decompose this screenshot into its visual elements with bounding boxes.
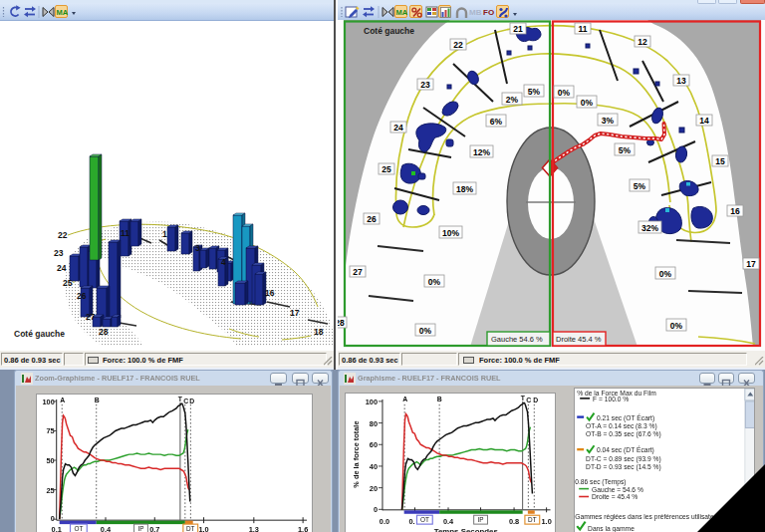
svg-text:16: 16 [730, 206, 740, 216]
svg-text:5%: 5% [528, 87, 541, 97]
svg-text:5%: 5% [619, 145, 632, 155]
svg-text:28: 28 [99, 327, 109, 337]
svg-text:IP: IP [137, 525, 143, 532]
svg-text:F = 100.0 %: F = 100.0 % [593, 396, 629, 402]
svg-text:22: 22 [58, 230, 68, 240]
svg-text:DT-C = 0.89 sec (93.9 %): DT-C = 0.89 sec (93.9 %) [586, 455, 661, 463]
svg-text:14: 14 [699, 116, 709, 126]
svg-text:OT-A = 0.14 sec (8.3 %): OT-A = 0.14 sec (8.3 %) [586, 422, 657, 430]
svg-text:D: D [533, 397, 538, 403]
svg-text:26: 26 [77, 291, 87, 301]
svg-text:23: 23 [420, 80, 430, 90]
svg-text:D: D [189, 398, 194, 404]
svg-text:0.21 sec (OT Écart): 0.21 sec (OT Écart) [597, 413, 654, 422]
svg-text:18: 18 [314, 327, 324, 337]
svg-text:3%: 3% [602, 116, 615, 126]
svg-text:Droite 45.4 %: Droite 45.4 % [556, 335, 602, 344]
svg-text:0.4: 0.4 [101, 525, 112, 532]
svg-text:B: B [95, 397, 100, 403]
svg-text:0.4: 0.4 [443, 517, 454, 526]
svg-text:22: 22 [453, 40, 463, 50]
svg-text:17: 17 [746, 259, 756, 269]
svg-text:C: C [183, 398, 188, 404]
svg-text:0.1: 0.1 [52, 525, 62, 532]
svg-text:1.6: 1.6 [298, 525, 308, 532]
svg-text:2%: 2% [506, 95, 519, 105]
svg-text:T: T [178, 396, 183, 402]
svg-text:12: 12 [638, 37, 647, 47]
svg-text:10%: 10% [442, 228, 459, 238]
svg-text:20: 20 [370, 484, 378, 493]
svg-text:27: 27 [353, 267, 363, 277]
svg-text:Gauche 54.6 %: Gauche 54.6 % [491, 335, 543, 344]
svg-text:Temps Secondes: Temps Secondes [434, 527, 499, 532]
svg-text:0.: 0. [408, 517, 414, 526]
svg-text:0.0: 0.0 [380, 517, 389, 526]
svg-text:0%: 0% [558, 88, 571, 98]
svg-text:6%: 6% [490, 117, 503, 127]
svg-text:21: 21 [513, 24, 523, 34]
svg-text:25: 25 [382, 164, 391, 174]
svg-text:12%: 12% [473, 147, 490, 157]
svg-text:DT: DT [528, 516, 537, 523]
svg-text:IP: IP [478, 516, 484, 523]
svg-text:0.7: 0.7 [149, 525, 159, 532]
svg-text:Coté gauche: Coté gauche [364, 26, 414, 36]
svg-text:0: 0 [51, 514, 55, 523]
svg-text:11: 11 [579, 24, 588, 34]
svg-text:25: 25 [63, 278, 73, 288]
svg-text:DT: DT [186, 525, 195, 532]
svg-text:OT: OT [74, 525, 83, 532]
svg-text:28: 28 [338, 318, 345, 328]
svg-text:3: 3 [195, 243, 200, 253]
svg-text:4: 4 [221, 257, 226, 267]
svg-text:13: 13 [676, 76, 686, 86]
svg-text:11: 11 [121, 228, 129, 238]
svg-text:Coté gauche: Coté gauche [14, 329, 65, 339]
svg-text:27: 27 [86, 312, 96, 322]
svg-text:100: 100 [366, 398, 378, 406]
svg-text:0.8: 0.8 [509, 517, 519, 526]
svg-text:1.0: 1.0 [541, 517, 551, 526]
svg-text:1: 1 [162, 229, 167, 239]
svg-text:24: 24 [393, 123, 403, 133]
svg-text:1.0: 1.0 [198, 525, 208, 532]
svg-text:0%: 0% [419, 326, 432, 336]
svg-text:Droite = 45.4 %: Droite = 45.4 % [592, 493, 638, 500]
svg-text:B: B [437, 396, 442, 402]
svg-text:0%: 0% [581, 98, 594, 108]
svg-text:40: 40 [370, 462, 378, 471]
svg-text:0.86 sec (Temps): 0.86 sec (Temps) [575, 478, 626, 486]
svg-text:23: 23 [54, 248, 64, 258]
svg-text:26: 26 [367, 214, 377, 224]
svg-text:5%: 5% [634, 181, 646, 191]
svg-text:C: C [526, 397, 531, 403]
svg-text:32%: 32% [641, 223, 658, 233]
svg-text:0: 0 [374, 505, 378, 514]
svg-text:DT-D = 0.93 sec (14.5 %): DT-D = 0.93 sec (14.5 %) [586, 463, 661, 471]
svg-text:0.04 sec (DT Écart): 0.04 sec (DT Écart) [597, 445, 654, 454]
svg-text:60: 60 [370, 440, 378, 449]
svg-text:0%: 0% [428, 277, 441, 287]
svg-text:16: 16 [265, 288, 275, 298]
svg-text:Dans la gamme: Dans la gamme [588, 525, 635, 532]
svg-text:% de la force totale: % de la force totale [352, 421, 361, 488]
svg-text:0%: 0% [659, 269, 672, 279]
svg-text:A: A [60, 397, 65, 403]
svg-text:Gauche = 54.6 %: Gauche = 54.6 % [592, 486, 643, 493]
svg-text:80: 80 [370, 419, 378, 428]
svg-text:24: 24 [57, 263, 67, 273]
svg-text:15: 15 [715, 156, 725, 166]
svg-text:T: T [521, 395, 526, 401]
svg-text:0%: 0% [670, 321, 683, 331]
svg-text:A: A [402, 396, 407, 402]
svg-text:18%: 18% [456, 184, 473, 194]
svg-text:OT-B = 0.35 sec (67.6 %): OT-B = 0.35 sec (67.6 %) [586, 430, 661, 438]
svg-text:1.3: 1.3 [249, 525, 259, 532]
svg-text:17: 17 [290, 308, 300, 318]
svg-text:OT: OT [420, 516, 429, 523]
